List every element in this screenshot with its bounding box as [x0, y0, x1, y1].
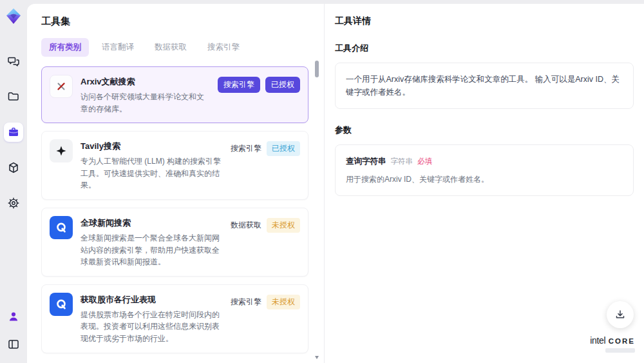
tool-title: 全球新闻搜索: [80, 217, 223, 229]
tool-auth-badge: 已授权: [265, 77, 300, 93]
tools-pane: 工具集 所有类别语言翻译数据获取搜索引擎 Arxiv文献搜索访问各个研究领域大量…: [27, 4, 324, 363]
sidebar-item-packages[interactable]: [4, 158, 23, 177]
intro-box: 一个用于从Arxiv存储库搜索科学论文和文章的工具。 输入可以是Arxiv ID…: [335, 63, 634, 109]
intro-heading: 工具介绍: [335, 43, 634, 54]
tool-detail-pane: 工具详情 工具介绍 一个用于从Arxiv存储库搜索科学论文和文章的工具。 输入可…: [325, 4, 644, 363]
sidebar-item-panel-toggle[interactable]: [4, 335, 23, 354]
app-logo-icon: [4, 6, 23, 26]
intro-text: 一个用于从Arxiv存储库搜索科学论文和文章的工具。 输入可以是Arxiv ID…: [346, 75, 620, 97]
sidebar-item-tools[interactable]: [4, 123, 23, 142]
tool-auth-badge: 已授权: [267, 141, 300, 156]
tool-description: 专为人工智能代理 (LLM) 构建的搜索引擎工具。可快速提供实时、准确和真实的结…: [80, 155, 223, 191]
tool-card[interactable]: Arxiv文献搜索访问各个研究领域大量科学论文和文章的存储库。搜索引擎已授权: [41, 66, 308, 123]
tool-auth-badge: 未授权: [267, 218, 300, 233]
tool-title: 获取股市各行业表现: [80, 294, 223, 306]
arxiv-icon: [50, 75, 73, 98]
core-logo-text: core: [609, 337, 635, 345]
settings-icon: [7, 197, 20, 210]
box-icon: [7, 161, 20, 174]
tool-category-badge: 搜索引擎: [218, 77, 260, 93]
scrollbar-down-arrow[interactable]: [315, 356, 319, 359]
param-description: 用于搜索的Arxiv ID、关键字或作者姓名。: [346, 173, 623, 186]
main-content: 工具集 所有类别语言翻译数据获取搜索引擎 Arxiv文献搜索访问各个研究领域大量…: [27, 4, 644, 363]
layout-panel-icon: [7, 338, 20, 351]
tab-3[interactable]: 搜索引擎: [200, 38, 247, 57]
sidebar-item-settings[interactable]: [4, 193, 23, 213]
download-icon: [614, 308, 627, 321]
tab-1[interactable]: 语言翻译: [94, 38, 142, 57]
param-box: 查询字符串 字符串 必填 用于搜索的Arxiv ID、关键字或作者姓名。: [335, 144, 634, 196]
sidebar-item-account[interactable]: [4, 307, 23, 326]
tool-card[interactable]: Tavily搜索专为人工智能代理 (LLM) 构建的搜索引擎工具。可快速提供实时…: [41, 131, 308, 200]
tool-description: 访问各个研究领域大量科学论文和文章的存储库。: [80, 91, 210, 115]
chat-icon: [7, 55, 20, 68]
tool-list-scrollbar[interactable]: [315, 61, 319, 359]
tool-category-badge: 搜索引擎: [231, 295, 261, 309]
param-type: 字符串: [391, 155, 413, 167]
q-logo-icon: [50, 293, 73, 316]
user-icon: [7, 310, 20, 323]
tool-card[interactable]: 全球新闻搜索全球新闻搜索是一个聚合全球各大新闻网站内容的搜索引擎，帮助用户快速获…: [41, 208, 308, 277]
tool-category-badge: 搜索引擎: [231, 141, 261, 156]
intel-core-logo: intel core: [590, 335, 635, 353]
tool-category-badge: 数据获取: [231, 218, 261, 233]
tool-description: 提供股票市场各个行业在特定时间段内的表现。投资者可以利用这些信息来识别表现优于或…: [80, 309, 223, 345]
briefcase-icon: [7, 126, 20, 139]
category-tabs: 所有类别语言翻译数据获取搜索引擎: [41, 38, 324, 57]
params-heading: 参数: [335, 124, 634, 136]
sidebar-rail: [0, 0, 27, 363]
tool-list: Arxiv文献搜索访问各个研究领域大量科学论文和文章的存储库。搜索引擎已授权Ta…: [41, 66, 324, 359]
tool-auth-badge: 未授权: [267, 295, 300, 309]
tavily-icon: [50, 139, 73, 162]
tool-title: Arxiv文献搜索: [80, 76, 210, 88]
param-required-badge: 必填: [417, 155, 432, 167]
download-button[interactable]: [607, 301, 634, 328]
sidebar-item-files[interactable]: [4, 87, 23, 106]
q-logo-icon: [50, 216, 73, 239]
tool-description: 全球新闻搜索是一个聚合全球各大新闻网站内容的搜索引擎，帮助用户快速获取全球最新资…: [80, 232, 223, 268]
detail-title: 工具详情: [335, 15, 634, 27]
intel-logo-text: intel: [590, 335, 605, 346]
sidebar-item-chat[interactable]: [4, 52, 23, 71]
tool-card[interactable]: 获取股市各行业表现提供股票市场各个行业在特定时间段内的表现。投资者可以利用这些信…: [41, 284, 308, 353]
intel-logo-subline: [605, 348, 635, 353]
tab-0[interactable]: 所有类别: [41, 38, 89, 57]
tool-title: Tavily搜索: [80, 141, 223, 152]
folder-icon: [7, 90, 20, 103]
scrollbar-thumb[interactable]: [315, 61, 319, 77]
page-title: 工具集: [41, 15, 324, 28]
tab-2[interactable]: 数据获取: [147, 38, 194, 57]
param-name: 查询字符串: [346, 155, 386, 168]
